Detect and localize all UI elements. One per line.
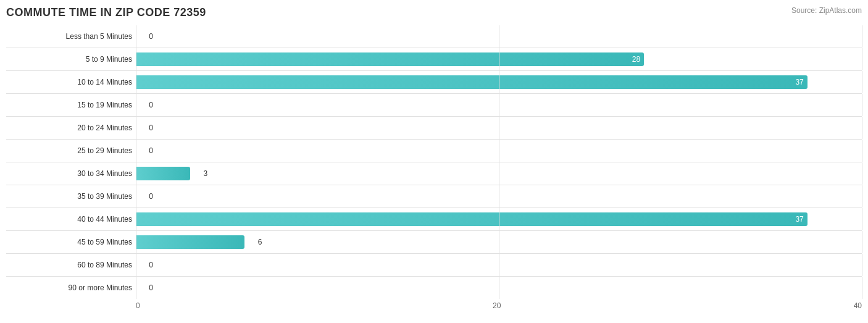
grid-line: [862, 140, 862, 162]
grid-line: [499, 162, 499, 185]
bar-label: 40 to 44 Minutes: [6, 215, 136, 224]
grid-line: [862, 185, 862, 208]
bar-value: 0: [149, 124, 153, 132]
grid-line: [136, 277, 136, 299]
bar-row: 40 to 44 Minutes37: [6, 208, 862, 231]
bar-section: 6: [136, 231, 862, 253]
grid-line: [136, 208, 136, 230]
grid-line: [862, 94, 862, 116]
bar-section: 37: [136, 71, 862, 93]
bar-section: 37: [136, 208, 862, 230]
bar: 6: [136, 235, 244, 249]
bar-label: 30 to 34 Minutes: [6, 169, 136, 178]
grid-line: [862, 48, 862, 70]
grid-line: [136, 162, 136, 185]
bar-row: 60 to 89 Minutes0: [6, 254, 862, 277]
bar: 37: [136, 75, 807, 89]
bar-value: 6: [258, 238, 262, 246]
bar-label: 15 to 19 Minutes: [6, 101, 136, 109]
bar-label: 60 to 89 Minutes: [6, 261, 136, 269]
bar-value: 3: [204, 169, 208, 178]
bar-label: 25 to 29 Minutes: [6, 146, 136, 155]
bar-section: 0: [136, 94, 862, 116]
grid-line: [499, 25, 499, 48]
bar-value: 0: [149, 283, 153, 292]
bar-value: 37: [795, 78, 803, 86]
grid-line: [136, 94, 136, 116]
bar-label: 90 or more Minutes: [6, 283, 136, 292]
grid-line: [499, 71, 499, 93]
grid-line: [136, 254, 136, 276]
bar-label: 5 to 9 Minutes: [6, 55, 136, 64]
grid-line: [862, 208, 862, 230]
x-axis-label: 20: [493, 301, 501, 310]
grid-line: [499, 277, 499, 299]
grid-line: [862, 254, 862, 276]
grid-line: [499, 140, 499, 162]
bar-row: 10 to 14 Minutes37: [6, 71, 862, 94]
grid-line: [862, 117, 862, 139]
bar-row: 45 to 59 Minutes6: [6, 231, 862, 254]
bar-section: 0: [136, 140, 862, 162]
bar: 3: [136, 167, 190, 180]
bar-value: 37: [795, 215, 803, 224]
grid-line: [499, 185, 499, 208]
grid-line: [862, 231, 862, 253]
grid-line: [499, 231, 499, 253]
bar-value: 0: [149, 146, 153, 155]
grid-line: [862, 162, 862, 185]
bar-value: 0: [149, 101, 153, 109]
bar-section: 28: [136, 48, 862, 70]
bar-row: 25 to 29 Minutes0: [6, 140, 862, 162]
source-text: Source: ZipAtlas.com: [791, 6, 862, 15]
bar-row: Less than 5 Minutes0: [6, 25, 862, 48]
grid-line: [499, 94, 499, 116]
x-axis-label: 40: [854, 301, 862, 310]
bar-label: 10 to 14 Minutes: [6, 78, 136, 86]
grid-line: [136, 71, 136, 93]
grid-line: [136, 140, 136, 162]
bar-section: 0: [136, 185, 862, 208]
bar-label: Less than 5 Minutes: [6, 32, 136, 41]
bar-row: 15 to 19 Minutes0: [6, 94, 862, 117]
bar-value: 0: [149, 192, 153, 201]
bar-value: 0: [149, 261, 153, 269]
grid-line: [862, 277, 862, 299]
x-axis: 02040: [136, 299, 862, 310]
bar-row: 35 to 39 Minutes0: [6, 185, 862, 208]
grid-line: [136, 25, 136, 48]
grid-line: [136, 185, 136, 208]
bar-label: 20 to 24 Minutes: [6, 124, 136, 132]
bar-section: 0: [136, 277, 862, 299]
bar-section: 0: [136, 254, 862, 276]
bar-label: 35 to 39 Minutes: [6, 192, 136, 201]
bar-row: 20 to 24 Minutes0: [6, 117, 862, 140]
grid-line: [499, 117, 499, 139]
grid-line: [499, 208, 499, 230]
grid-line: [499, 48, 499, 70]
bar-value: 0: [149, 32, 153, 41]
bar-row: 30 to 34 Minutes3: [6, 162, 862, 185]
grid-line: [136, 231, 136, 253]
bar-section: 0: [136, 25, 862, 48]
bar-label: 45 to 59 Minutes: [6, 238, 136, 246]
bar-row: 90 or more Minutes0: [6, 277, 862, 299]
bar-section: 0: [136, 117, 862, 139]
grid-line: [862, 25, 862, 48]
bar: 28: [136, 52, 644, 66]
grid-line: [136, 117, 136, 139]
grid-line: [499, 254, 499, 276]
chart-area: Less than 5 Minutes05 to 9 Minutes2810 t…: [6, 25, 862, 299]
x-axis-label: 0: [136, 301, 140, 310]
bar-value: 28: [632, 55, 640, 64]
grid-line: [136, 48, 136, 70]
grid-line: [862, 71, 862, 93]
chart-title: COMMUTE TIME IN ZIP CODE 72359: [6, 6, 206, 19]
bar-row: 5 to 9 Minutes28: [6, 48, 862, 71]
bar-section: 3: [136, 162, 862, 185]
bar: 37: [136, 212, 807, 226]
chart-container: COMMUTE TIME IN ZIP CODE 72359 Source: Z…: [0, 0, 868, 323]
